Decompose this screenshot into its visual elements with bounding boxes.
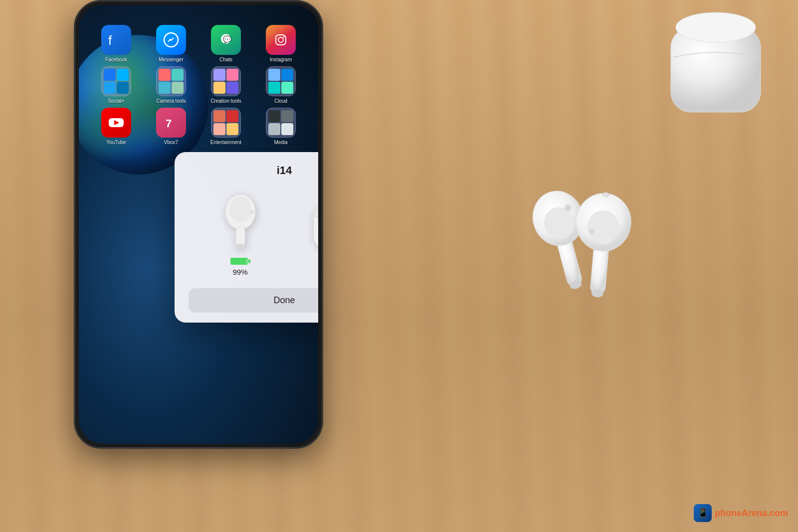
physical-case-svg: [661, 7, 771, 117]
case-device: 100%: [306, 192, 319, 276]
physical-airpods-svg: [494, 160, 663, 329]
chats-label: Chats: [219, 57, 232, 62]
instagram-label: Instagram: [270, 57, 292, 62]
watermark-domain: .com: [767, 508, 788, 518]
cloud-folder-label: Cloud: [274, 98, 287, 104]
app-creation-folder[interactable]: Creation tools: [203, 66, 248, 104]
instagram-icon: [266, 25, 296, 55]
watermark-arena: Arena: [742, 508, 767, 518]
svg-point-14: [250, 210, 254, 214]
airpod-svg-icon: [213, 187, 268, 252]
social-folder-icon: [101, 66, 131, 96]
entertainment-folder-label: Entertainment: [210, 140, 241, 145]
watermark-phone: phone: [715, 508, 742, 518]
svg-text:f: f: [108, 33, 112, 48]
airpod-battery-percent: 99%: [232, 268, 247, 276]
vbox7-label: Vbox7: [164, 140, 178, 145]
app-row-3: YouTube 7 Vbox7: [89, 108, 308, 145]
vbox7-icon: 7: [156, 108, 186, 138]
svg-point-6: [283, 36, 285, 38]
svg-point-5: [278, 37, 283, 42]
app-cloud-folder[interactable]: Cloud: [258, 66, 303, 104]
svg-point-13: [236, 244, 244, 249]
phone-screen: f Facebook Messenger 💬 Chats: [79, 5, 318, 444]
camera-folder-icon: [156, 66, 186, 96]
svg-text:7: 7: [166, 117, 172, 130]
youtube-label: YouTube: [106, 140, 126, 145]
airpods-popup: × i14: [175, 152, 318, 323]
entertainment-folder-icon: [211, 108, 241, 138]
app-youtube[interactable]: YouTube: [94, 108, 139, 145]
airpod-device: 99%: [213, 187, 268, 276]
watermark-icon: 📱: [694, 504, 712, 522]
app-row-1: f Facebook Messenger 💬 Chats: [89, 25, 308, 62]
app-camera-folder[interactable]: Camera tools: [149, 66, 194, 104]
messenger-label: Messenger: [159, 57, 183, 62]
facebook-label: Facebook: [105, 57, 127, 62]
svg-point-21: [676, 12, 756, 42]
physical-case: [661, 7, 771, 117]
app-vbox7[interactable]: 7 Vbox7: [149, 108, 194, 145]
popup-title: i14: [189, 164, 318, 177]
watermark-text: phoneArena.com: [715, 508, 788, 519]
app-facebook[interactable]: f Facebook: [94, 25, 139, 62]
camera-folder-label: Camera tools: [156, 98, 186, 104]
app-instagram[interactable]: Instagram: [258, 25, 303, 62]
social-folder-label: Social+: [108, 98, 124, 104]
svg-rect-17: [316, 216, 319, 218]
airpod-battery-bar: [230, 257, 250, 266]
media-folder-label: Media: [274, 140, 287, 145]
svg-point-11: [229, 196, 251, 222]
app-row-2: Social+ Camera tools: [89, 66, 308, 104]
popup-devices: 99%: [189, 187, 318, 276]
app-social-folder[interactable]: Social+: [94, 66, 139, 104]
app-messenger[interactable]: Messenger: [149, 25, 194, 62]
phone-device: f Facebook Messenger 💬 Chats: [74, 0, 323, 449]
creation-folder-icon: [211, 66, 241, 96]
app-chats[interactable]: 💬 Chats: [203, 25, 248, 62]
facebook-icon: f: [101, 25, 131, 55]
creation-folder-label: Creation tools: [210, 98, 241, 104]
chats-icon: 💬: [211, 25, 241, 55]
watermark: 📱 phoneArena.com: [694, 504, 788, 522]
messenger-icon: [156, 25, 186, 55]
svg-text:💬: 💬: [223, 35, 232, 44]
youtube-icon: [101, 108, 131, 138]
case-svg-icon: [306, 192, 319, 252]
airpod-battery: 99%: [230, 257, 250, 276]
physical-airpods: [494, 160, 663, 331]
cloud-folder-icon: [266, 66, 296, 96]
app-entertainment-folder[interactable]: Entertainment: [203, 108, 248, 145]
app-media-folder[interactable]: Media: [258, 108, 303, 145]
done-button[interactable]: Done: [189, 288, 318, 313]
media-folder-icon: [266, 108, 296, 138]
